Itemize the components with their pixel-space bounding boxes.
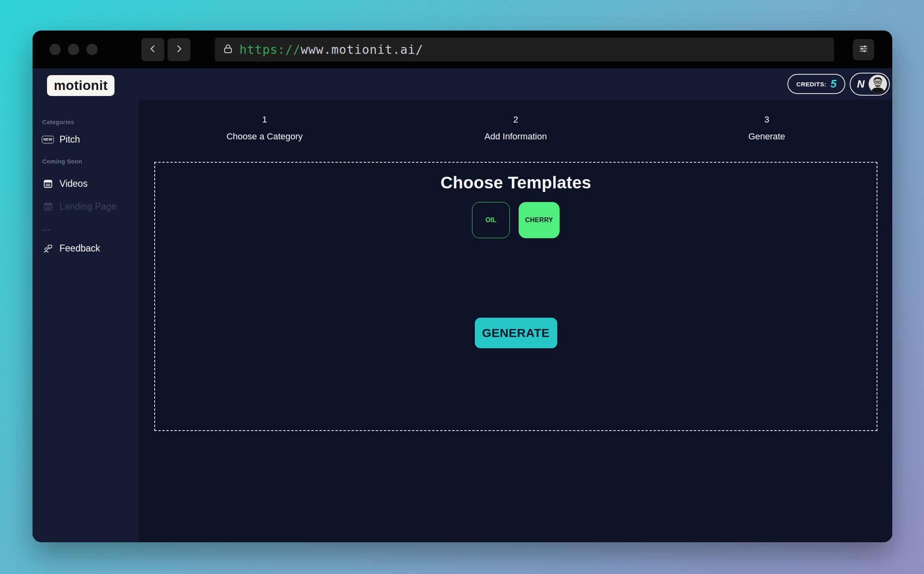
url-host: www.motionit.ai/ — [301, 43, 423, 57]
credits-badge[interactable]: CREDITS: 5 — [787, 74, 845, 94]
calendar-icon — [42, 201, 53, 212]
sidebar: motionit Categories NEW Pitch Coming Soo… — [33, 68, 139, 542]
step-2-add-information[interactable]: 2 Add Information — [390, 114, 641, 142]
avatar — [869, 75, 887, 93]
app-body: motionit Categories NEW Pitch Coming Soo… — [33, 68, 892, 542]
browser-window: https://www.motionit.ai/ motionit Catego… — [33, 31, 892, 542]
avatar-initial: N — [857, 78, 865, 90]
window-close-button[interactable] — [49, 44, 61, 55]
calendar-icon — [42, 178, 53, 189]
forward-button[interactable] — [168, 38, 190, 61]
generate-button[interactable]: GENERATE — [475, 318, 557, 348]
sidebar-item-feedback[interactable]: Feedback — [42, 243, 139, 254]
step-number: 2 — [390, 114, 641, 125]
sidebar-item-label: Landing Page — [59, 201, 117, 212]
chevron-right-icon — [174, 43, 184, 56]
sidebar-section-categories: Categories — [42, 118, 139, 125]
feedback-icon — [42, 243, 53, 253]
url-text: https://www.motionit.ai/ — [239, 43, 423, 57]
template-option-oil[interactable]: OIL — [472, 202, 510, 238]
account-button[interactable]: N — [850, 73, 890, 96]
step-number: 1 — [139, 114, 390, 125]
sidebar-item-pitch[interactable]: NEW Pitch — [42, 134, 139, 145]
template-options: OIL CHERRY — [472, 202, 559, 238]
main-area: CREDITS: 5 N — [139, 68, 892, 542]
url-scheme: https:// — [239, 43, 301, 57]
address-bar[interactable]: https://www.motionit.ai/ — [215, 38, 834, 61]
step-label: Add Information — [390, 131, 641, 142]
step-label: Choose a Category — [139, 131, 390, 142]
window-maximize-button[interactable] — [86, 44, 98, 55]
window-controls — [49, 44, 98, 55]
credits-value: 5 — [830, 78, 836, 90]
sidebar-item-videos[interactable]: Videos — [42, 178, 139, 189]
sliders-icon — [857, 43, 870, 57]
back-button[interactable] — [141, 38, 164, 61]
credits-label: CREDITS: — [796, 81, 826, 88]
new-badge-icon: NEW — [42, 136, 53, 143]
step-3-generate[interactable]: 3 Generate — [641, 114, 892, 142]
step-number: 3 — [641, 114, 892, 125]
sidebar-item-landing-page[interactable]: Landing Page — [42, 201, 139, 212]
step-1-choose-category[interactable]: 1 Choose a Category — [139, 114, 390, 142]
stepper: 1 Choose a Category 2 Add Information 3 … — [139, 114, 892, 142]
chevron-left-icon — [147, 43, 158, 56]
top-bar: CREDITS: 5 N — [139, 68, 892, 100]
sidebar-item-label: Feedback — [59, 243, 100, 254]
browser-settings-button[interactable] — [853, 39, 874, 60]
browser-chrome: https://www.motionit.ai/ — [33, 31, 892, 68]
sidebar-item-label: Pitch — [59, 134, 80, 145]
step-label: Generate — [641, 131, 892, 142]
window-minimize-button[interactable] — [68, 44, 79, 55]
templates-panel: Choose Templates OIL CHERRY GENERATE — [154, 162, 877, 431]
new-badge-label: NEW — [42, 136, 54, 143]
template-option-cherry[interactable]: CHERRY — [519, 202, 559, 238]
app-logo[interactable]: motionit — [47, 75, 114, 96]
panel-heading: Choose Templates — [440, 173, 591, 192]
lock-icon — [222, 43, 234, 56]
sidebar-item-label: Videos — [59, 178, 88, 189]
sidebar-item-more[interactable]: ... — [42, 224, 139, 233]
sidebar-section-coming-soon: Coming Soon — [42, 158, 139, 165]
